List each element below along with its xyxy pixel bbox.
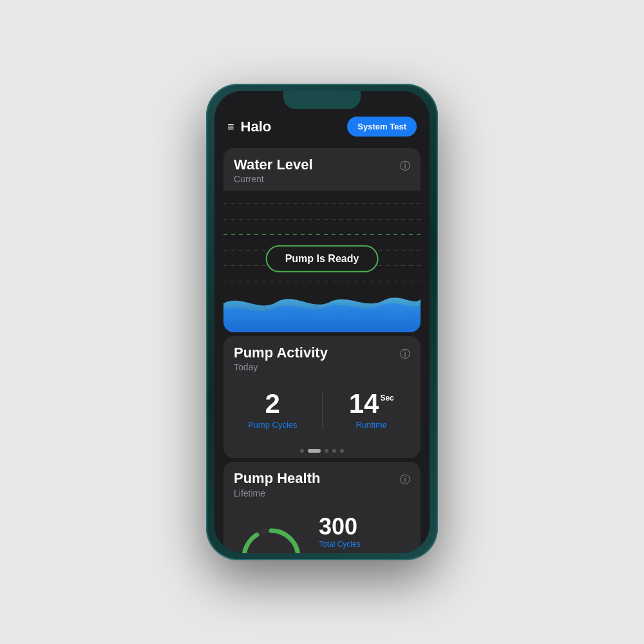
dot-5 xyxy=(340,449,344,453)
pump-health-header: Pump Health Lifetime ⓘ xyxy=(223,462,421,504)
pagination-dots xyxy=(223,442,421,458)
health-circle-container: Excellent xyxy=(223,526,319,553)
water-waves xyxy=(223,290,421,332)
phone-frame: ≡ Halo System Test Water Level Current ⓘ xyxy=(206,84,438,560)
dot-4 xyxy=(332,449,336,453)
water-level-subtitle: Current xyxy=(234,174,313,184)
pump-health-stats: Excellent 300 Total Cycles 35Min xyxy=(223,505,421,553)
runtime-stat: 14Sec Runtime xyxy=(323,390,421,430)
svg-point-0 xyxy=(244,531,298,553)
pump-health-title: Pump Health xyxy=(234,471,320,486)
total-cycles-row: 300 Total Cycles xyxy=(319,515,414,549)
pump-health-card: Pump Health Lifetime ⓘ Excellent xyxy=(223,462,421,553)
dashed-line-1 xyxy=(223,204,421,204)
hamburger-icon[interactable]: ≡ xyxy=(227,121,234,133)
pump-cycles-stat: 2 Pump Cycles xyxy=(223,390,322,430)
pump-ready-button[interactable]: Pump Is Ready xyxy=(266,245,379,272)
water-level-info-icon[interactable]: ⓘ xyxy=(400,160,410,173)
runtime-unit: Sec xyxy=(380,394,393,402)
dashed-line-2 xyxy=(223,219,421,220)
runtime-label: Runtime xyxy=(356,420,387,430)
water-level-header: Water Level Current ⓘ xyxy=(223,148,421,191)
health-circle-svg xyxy=(239,526,303,553)
svg-point-1 xyxy=(244,531,298,553)
pump-activity-title: Pump Activity xyxy=(234,345,328,361)
pump-activity-stats: 2 Pump Cycles 14Sec Runtime xyxy=(223,379,421,442)
total-cycles-value: 300 xyxy=(319,515,414,538)
app-title: Halo xyxy=(241,118,272,135)
app-screen: ≡ Halo System Test Water Level Current ⓘ xyxy=(214,91,430,553)
health-label: Excellent xyxy=(251,553,290,553)
pump-activity-info-icon[interactable]: ⓘ xyxy=(400,348,410,361)
phone-notch xyxy=(283,91,361,109)
app-header: ≡ Halo System Test xyxy=(214,110,430,144)
pump-cycles-value: 2 xyxy=(265,390,280,417)
dashed-line-5 xyxy=(223,281,421,281)
dashed-line-green xyxy=(223,234,421,235)
water-level-visual: Pump Is Ready xyxy=(223,191,421,332)
runtime-value: 14Sec xyxy=(349,390,394,417)
dot-3 xyxy=(325,449,328,453)
pump-activity-subtitle: Today xyxy=(234,362,328,372)
pump-activity-card: Pump Activity Today ⓘ 2 Pump Cycles 14Se… xyxy=(223,336,421,458)
water-level-card: Water Level Current ⓘ Pump Is Ready xyxy=(223,148,421,332)
phone-screen: ≡ Halo System Test Water Level Current ⓘ xyxy=(214,91,430,553)
health-stats-right: 300 Total Cycles 35Min Total Runtime xyxy=(319,515,421,553)
dashed-lines xyxy=(223,191,421,294)
water-level-title: Water Level xyxy=(234,157,313,173)
water-level-title-block: Water Level Current xyxy=(234,157,313,184)
dot-2-active xyxy=(308,449,321,453)
pump-health-title-block: Pump Health Lifetime xyxy=(234,471,320,498)
pump-cycles-label: Pump Cycles xyxy=(248,420,298,430)
total-cycles-label: Total Cycles xyxy=(319,540,414,549)
dot-1 xyxy=(300,449,304,453)
pump-activity-header: Pump Activity Today ⓘ xyxy=(223,336,421,379)
pump-activity-title-block: Pump Activity Today xyxy=(234,345,328,372)
header-left: ≡ Halo xyxy=(227,118,271,135)
system-test-button[interactable]: System Test xyxy=(347,117,417,137)
health-circle: Excellent xyxy=(239,526,303,553)
pump-health-info-icon[interactable]: ⓘ xyxy=(400,473,410,487)
pump-health-subtitle: Lifetime xyxy=(234,488,320,498)
